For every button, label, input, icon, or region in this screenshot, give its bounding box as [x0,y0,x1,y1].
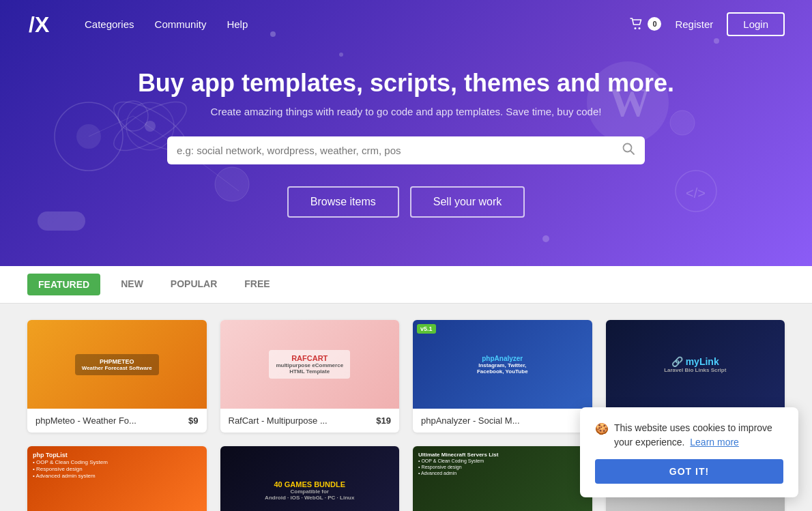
got-it-button[interactable]: GOT IT! [595,459,783,484]
header-right: 0 Register Login [630,12,785,36]
item-price: $9 [188,415,198,426]
tabs-section: FEATURED NEW POPULAR FREE [0,266,812,304]
svg-text:</>: </> [686,186,706,201]
browse-items-button[interactable]: Browse items [287,186,399,218]
logo[interactable]: /X [27,9,57,39]
hero-title: Buy app templates, scripts, themes and m… [138,69,674,98]
tab-popular[interactable]: POPULAR [164,266,224,304]
item-card[interactable]: Ultimate Minecraft Servers List• OOP & C… [413,446,592,511]
search-bar [167,136,645,164]
svg-point-23 [639,27,641,29]
hero-section: W </> /X Categories Community Help [0,0,812,266]
nav-help[interactable]: Help [227,18,248,30]
svg-point-1 [76,124,101,149]
item-card[interactable]: php TopList• OOP & Clean Coding System• … [27,446,207,511]
tab-new[interactable]: NEW [114,266,150,304]
item-title: RafCart - Multipurpose ... [229,415,328,426]
svg-line-25 [630,151,634,154]
sell-work-button[interactable]: Sell your work [410,186,525,218]
tab-free[interactable]: FREE [237,266,276,304]
svg-rect-7 [38,211,85,231]
item-card[interactable]: RAFCARTmultipurpose eCommerceHTML Templa… [220,320,400,433]
item-card[interactable]: PHPMETEOWeather Forecast Software phpMet… [27,320,207,433]
item-thumbnail: 40 GAMES BUNDLECompatible forAndroid · i… [220,446,400,511]
hero-buttons: Browse items Sell your work [287,186,525,218]
tab-featured[interactable]: FEATURED [27,274,100,295]
svg-point-20 [670,111,695,135]
main-nav: Categories Community Help [85,18,630,30]
svg-point-13 [676,171,716,211]
svg-line-8 [89,116,133,136]
learn-more-link[interactable]: Learn more [690,437,739,448]
item-card[interactable]: 40 GAMES BUNDLECompatible forAndroid · i… [220,446,400,511]
item-thumbnail: RAFCARTmultipurpose eCommerceHTML Templa… [220,320,400,409]
item-thumbnail: PHPMETEOWeather Forecast Software [27,320,207,409]
register-button[interactable]: Register [675,18,713,30]
item-title: phpMeteo - Weather Fo... [35,415,136,426]
item-card[interactable]: v5.1phpAnalyzerInstagram, Twitter,Facebo… [413,320,592,433]
item-thumbnail: v5.1phpAnalyzerInstagram, Twitter,Facebo… [413,320,592,409]
svg-point-16 [339,53,343,57]
item-thumbnail: Ultimate Minecraft Servers List• OOP & C… [413,446,592,511]
cookie-emoji: 🍪 [595,421,609,437]
nav-categories[interactable]: Categories [85,18,134,30]
item-thumbnail: php TopList• OOP & Clean Coding System• … [27,446,207,511]
cart-count: 0 [648,17,661,31]
hero-subtitle: Create amazing things with ready to go c… [211,106,602,117]
search-button[interactable] [622,142,635,159]
item-title: phpAnalyzer - Social M... [421,415,520,426]
svg-point-17 [542,235,549,242]
item-info: phpMeteo - Weather Fo... $9 [27,409,207,433]
item-thumbnail: 🔗 myLinkLaravel Bio Links Script [606,320,785,409]
login-button[interactable]: Login [727,12,785,36]
svg-text:/X: /X [29,12,50,37]
svg-point-19 [215,167,249,201]
svg-point-2 [118,101,148,131]
cart-button[interactable]: 0 [630,17,661,31]
header: /X Categories Community Help 0 Register … [0,0,812,48]
item-info: phpAnalyzer - Social M... [413,409,592,433]
svg-point-4 [145,121,156,132]
cookie-banner: 🍪 This website uses cookies to improve y… [580,407,798,497]
cookie-text: 🍪 This website uses cookies to improve y… [595,421,783,450]
svg-point-22 [635,27,637,29]
item-info: RafCart - Multipurpose ... $19 [220,409,400,433]
item-price: $19 [376,415,391,426]
cookie-message: This website uses cookies to improve you… [614,421,783,450]
search-input[interactable] [177,145,622,156]
svg-point-0 [55,102,123,171]
nav-community[interactable]: Community [155,18,207,30]
